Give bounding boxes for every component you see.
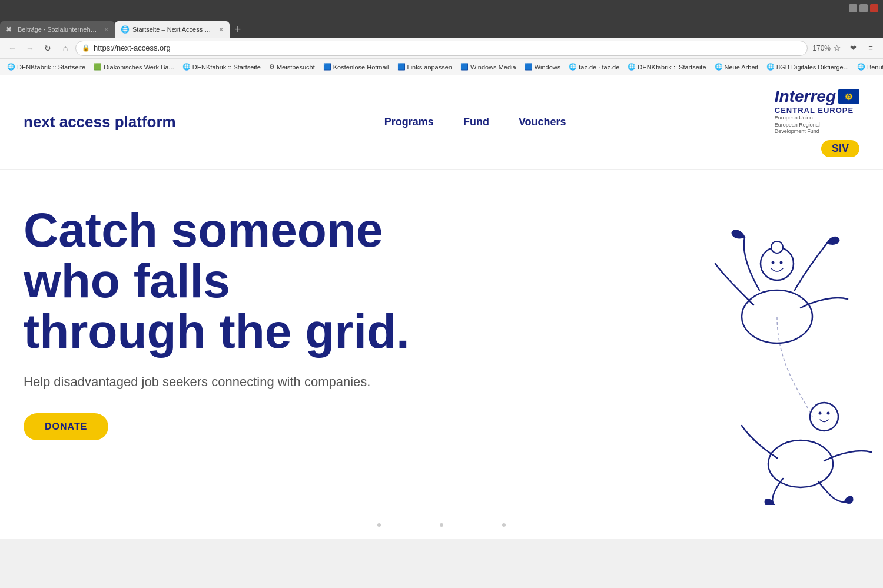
nav-programs[interactable]: Programs bbox=[384, 116, 434, 128]
footer-dot-1 bbox=[377, 523, 381, 527]
extensions-button[interactable]: ❤ bbox=[845, 41, 861, 56]
tab-add-button[interactable]: + bbox=[230, 21, 246, 38]
hero-headline-line2: who falls bbox=[24, 254, 230, 307]
eu-sub2: European Regional bbox=[775, 122, 820, 128]
tab-favicon-startseite: 🌐 bbox=[121, 25, 129, 34]
bookmark-label-windows-media: Windows Media bbox=[470, 64, 516, 71]
bookmark-label-benutzer: Benutzermenü bbox=[867, 64, 883, 71]
eu-sub-text: European Union European Regional Develop… bbox=[775, 115, 859, 135]
address-input[interactable] bbox=[94, 44, 801, 52]
back-button[interactable]: ← bbox=[5, 41, 20, 56]
more-button[interactable]: ≡ bbox=[863, 41, 878, 56]
interreg-logo-section: Interreg bbox=[775, 87, 859, 157]
bookmark-8gb[interactable]: 🌐 8GB Digitales Diktierge... bbox=[763, 62, 852, 72]
tab-startseite[interactable]: 🌐 Startseite – Next Access Platform ✕ bbox=[115, 21, 230, 38]
nav-right-buttons: ❤ ≡ bbox=[845, 41, 878, 56]
site-logo[interactable]: next access platform bbox=[24, 113, 176, 131]
interreg-logo: Interreg bbox=[775, 87, 859, 135]
tab-close-startseite[interactable]: ✕ bbox=[218, 26, 224, 34]
eu-sub1: European Union bbox=[775, 115, 813, 121]
bookmark-icon-denkfabrik-2: 🌐 bbox=[182, 63, 191, 71]
minimize-button[interactable] bbox=[849, 4, 857, 12]
hero-headline-line1: Catch someone bbox=[24, 203, 383, 257]
tab-bar: ✖ Beiträge · Sozialunternehmen N... ✕ 🌐 … bbox=[0, 16, 883, 38]
bookmark-denkfabrik-3[interactable]: 🌐 DENKfabrik :: Startseite bbox=[624, 62, 709, 72]
home-icon: ⌂ bbox=[63, 44, 68, 53]
close-button[interactable] bbox=[870, 4, 878, 12]
footer-dot-2 bbox=[440, 523, 443, 527]
hero-section: Catch someone who falls through the grid… bbox=[0, 170, 883, 511]
interreg-text-block: Interreg bbox=[775, 87, 859, 135]
back-icon: ← bbox=[8, 44, 16, 53]
bookmark-windows[interactable]: 🟦 Windows bbox=[521, 62, 565, 72]
bookmark-label-8gb: 8GB Digitales Diktierge... bbox=[776, 64, 849, 71]
bookmark-label-diakonisches: Diakonisches Werk Ba... bbox=[104, 64, 174, 71]
reload-icon: ↻ bbox=[44, 44, 51, 53]
forward-button[interactable]: → bbox=[22, 41, 38, 56]
svg-point-18 bbox=[810, 403, 838, 431]
maximize-button[interactable] bbox=[859, 4, 868, 12]
svg-point-16 bbox=[772, 261, 775, 264]
bookmark-icon-hotmail: 🟦 bbox=[323, 63, 331, 71]
reload-button[interactable]: ↻ bbox=[40, 41, 55, 56]
tab-add-icon: + bbox=[235, 24, 241, 36]
interreg-label: Interreg bbox=[775, 87, 836, 106]
bookmark-windows-media[interactable]: 🟦 Windows Media bbox=[457, 62, 520, 72]
donate-button[interactable]: DONATE bbox=[24, 413, 108, 440]
nav-vouchers[interactable]: Vouchers bbox=[519, 116, 566, 128]
nav-fund[interactable]: Fund bbox=[463, 116, 489, 128]
bookmark-diakonisches[interactable]: 🟩 Diakonisches Werk Ba... bbox=[90, 62, 178, 72]
tab-beitraege[interactable]: ✖ Beiträge · Sozialunternehmen N... ✕ bbox=[0, 21, 115, 38]
browser-chrome: ✖ Beiträge · Sozialunternehmen N... ✕ 🌐 … bbox=[0, 0, 883, 75]
address-bar-container[interactable]: 🔒 bbox=[75, 41, 808, 56]
website-content: next access platform Programs Fund Vouch… bbox=[0, 75, 883, 539]
bookmark-meistbesucht[interactable]: ⚙ Meistbesucht bbox=[265, 62, 318, 72]
site-header: next access platform Programs Fund Vouch… bbox=[0, 75, 883, 170]
tab-close-beitraege[interactable]: ✕ bbox=[104, 26, 109, 34]
bookmark-icon-meistbesucht: ⚙ bbox=[269, 63, 275, 71]
bookmark-icon-denkfabrik-1: 🌐 bbox=[7, 63, 15, 71]
hero-subtitle: Help disadvantaged job seekers connectin… bbox=[24, 374, 530, 390]
footer-dot-3 bbox=[502, 523, 506, 527]
title-bar bbox=[0, 0, 883, 16]
eu-sub3: Development Fund bbox=[775, 128, 819, 134]
tab-label-startseite: Startseite – Next Access Platform bbox=[132, 26, 215, 33]
bookmark-denkfabrik-1[interactable]: 🌐 DENKfabrik :: Startseite bbox=[4, 62, 89, 72]
bookmark-label-denkfabrik-1: DENKfabrik :: Startseite bbox=[17, 64, 85, 71]
eu-flag bbox=[838, 89, 859, 104]
bookmark-label-denkfabrik-2: DENKfabrik :: Startseite bbox=[192, 64, 261, 71]
bookmark-links[interactable]: 🟦 Links anpassen bbox=[394, 62, 456, 72]
zoom-level: 170% bbox=[812, 44, 831, 52]
tab-favicon-beitraege: ✖ bbox=[6, 25, 14, 34]
bookmark-label-neue-arbeit: Neue Arbeit bbox=[725, 64, 758, 71]
bookmark-label-denkfabrik-3: DENKfabrik :: Startseite bbox=[638, 64, 706, 71]
bookmark-icon-benutzer: 🌐 bbox=[857, 63, 865, 71]
bookmark-label-windows: Windows bbox=[535, 64, 561, 71]
home-button[interactable]: ⌂ bbox=[58, 41, 73, 56]
tab-label-beitraege: Beiträge · Sozialunternehmen N... bbox=[18, 26, 100, 33]
svg-point-20 bbox=[819, 412, 822, 415]
bookmark-label-links: Links anpassen bbox=[407, 64, 452, 71]
bookmark-label-meistbesucht: Meistbesucht bbox=[277, 64, 315, 71]
bookmark-icon-neue-arbeit: 🌐 bbox=[715, 63, 723, 71]
bookmark-denkfabrik-2[interactable]: 🌐 DENKfabrik :: Startseite bbox=[179, 62, 264, 72]
page-footer bbox=[0, 511, 883, 539]
bookmark-taz[interactable]: 🌐 taz.de · taz.de bbox=[565, 62, 623, 72]
bookmark-hotmail[interactable]: 🟦 Kostenlose Hotmail bbox=[320, 62, 393, 72]
nav-bar: ← → ↻ ⌂ 🔒 170% ☆ ❤ ≡ bbox=[0, 38, 883, 59]
bookmark-label-taz: taz.de · taz.de bbox=[579, 64, 619, 71]
bookmark-icon-denkfabrik-3: 🌐 bbox=[628, 63, 636, 71]
bookmark-neue-arbeit[interactable]: 🌐 Neue Arbeit bbox=[711, 62, 762, 72]
svg-point-19 bbox=[768, 440, 833, 487]
bookmark-benutzer[interactable]: 🌐 Benutzermenü bbox=[854, 62, 883, 72]
svg-point-21 bbox=[827, 412, 830, 415]
svg-point-17 bbox=[780, 261, 783, 264]
bookmark-icon-taz: 🌐 bbox=[569, 63, 577, 71]
bookmark-icon-links: 🟦 bbox=[397, 63, 406, 71]
bookmark-label-hotmail: Kostenlose Hotmail bbox=[333, 64, 389, 71]
bookmark-icon-windows-media: 🟦 bbox=[460, 63, 469, 71]
lock-icon: 🔒 bbox=[82, 44, 90, 52]
forward-icon: → bbox=[26, 44, 34, 53]
bookmark-icon-windows: 🟦 bbox=[525, 63, 533, 71]
bookmark-star-button[interactable]: ☆ bbox=[833, 43, 841, 54]
